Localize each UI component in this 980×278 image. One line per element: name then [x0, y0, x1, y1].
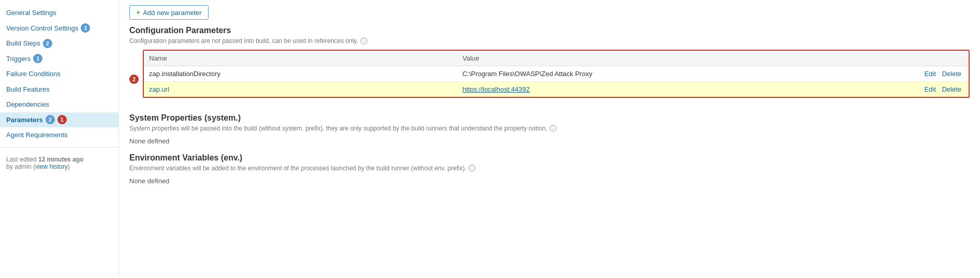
sidebar-item-label: Build Steps	[6, 38, 40, 49]
system-props-title: System Properties (system.)	[129, 113, 970, 123]
col-header-name: Name	[144, 51, 457, 66]
param-name-cell: zap.url	[144, 82, 457, 97]
sidebar-item-label: Dependencies	[6, 99, 49, 110]
col-header-value: Value	[457, 51, 907, 66]
sidebar-item-general-settings[interactable]: General Settings	[0, 5, 118, 21]
delete-param-button[interactable]: Delete	[940, 85, 963, 93]
sidebar-item-failure-conditions[interactable]: Failure Conditions	[0, 66, 118, 82]
delete-param-button[interactable]: Delete	[940, 70, 963, 78]
edit-param-button[interactable]: Edit	[922, 70, 938, 78]
plus-icon: +	[136, 8, 140, 17]
main-content: + Add new parameter Configuration Parame…	[119, 0, 980, 278]
sidebar-item-label: Triggers	[6, 54, 31, 64]
sidebar-item-build-features[interactable]: Build Features	[0, 82, 118, 97]
sidebar-item-label: Agent Requirements	[6, 130, 68, 140]
time-ago: 12 minutes ago	[38, 156, 83, 163]
view-history-link[interactable]: view history	[35, 163, 68, 170]
sidebar-badge-build-steps: 2	[43, 39, 52, 48]
last-edited-text: Last edited	[6, 156, 37, 163]
sidebar: General SettingsVersion Control Settings…	[0, 0, 119, 278]
sidebar-badge-version-control-settings: 1	[81, 23, 90, 33]
env-vars-desc: Environment variables will be added to t…	[129, 165, 970, 172]
add-new-parameter-button[interactable]: + Add new parameter	[129, 5, 209, 20]
by-text: by admin	[6, 163, 32, 170]
table-header-row: Name Value	[144, 51, 969, 66]
params-table: Name Value zap.installationDirectoryC:\P…	[144, 51, 969, 97]
table-row: zap.urlhttps://localhost:44392Edit Delet…	[144, 82, 969, 97]
config-params-section: Configuration Parameters Configuration p…	[129, 26, 970, 108]
params-table-container: Name Value zap.installationDirectoryC:\P…	[143, 50, 970, 98]
sidebar-item-label: Build Features	[6, 84, 50, 95]
add-button-label: Add new parameter	[143, 9, 201, 17]
sidebar-badge-triggers: 1	[33, 54, 42, 63]
param-value-link[interactable]: https://localhost:44392	[463, 85, 530, 93]
env-vars-info-icon[interactable]: ⓘ	[468, 165, 476, 172]
sidebar-item-agent-requirements[interactable]: Agent Requirements	[0, 127, 118, 143]
sidebar-item-label: Parameters	[6, 115, 43, 125]
sidebar-divider	[0, 147, 118, 148]
system-props-section: System Properties (system.) System prope…	[129, 113, 970, 145]
edit-param-button[interactable]: Edit	[922, 85, 938, 93]
param-value-cell: C:\Program Files\OWASP\Zed Attack Proxy	[457, 66, 907, 82]
env-vars-none: None defined	[129, 177, 970, 185]
table-row: zap.installationDirectoryC:\Program File…	[144, 66, 969, 82]
config-params-desc: Configuration parameters are not passed …	[129, 37, 970, 45]
param-name-cell: zap.installationDirectory	[144, 66, 457, 82]
sidebar-badge-parameters: 2	[46, 115, 55, 124]
system-props-desc: System properties will be passed into th…	[129, 125, 970, 132]
sidebar-item-label: Version Control Settings	[6, 23, 78, 34]
param-value-cell: https://localhost:44392	[457, 82, 907, 97]
sidebar-item-build-steps[interactable]: Build Steps2	[0, 36, 118, 51]
env-vars-title: Environment Variables (env.)	[129, 153, 970, 163]
sidebar-red-badge-parameters: 1	[57, 115, 67, 124]
params-count-badge: 2	[129, 75, 139, 84]
sidebar-item-version-control-settings[interactable]: Version Control Settings1	[0, 21, 118, 36]
sidebar-meta: Last edited 12 minutes ago by admin (vie…	[0, 152, 118, 174]
system-props-none: None defined	[129, 137, 970, 145]
sidebar-item-label: General Settings	[6, 8, 56, 18]
config-params-title: Configuration Parameters	[129, 26, 970, 35]
param-actions-cell: Edit Delete	[907, 66, 969, 82]
config-params-info-icon[interactable]: ⓘ	[360, 37, 367, 45]
sidebar-item-parameters[interactable]: Parameters21	[0, 112, 118, 128]
sidebar-item-triggers[interactable]: Triggers1	[0, 51, 118, 67]
sidebar-item-dependencies[interactable]: Dependencies	[0, 97, 118, 112]
param-actions-cell: Edit Delete	[907, 82, 969, 97]
system-props-info-icon[interactable]: ⓘ	[550, 125, 557, 132]
env-vars-section: Environment Variables (env.) Environment…	[129, 153, 970, 185]
col-header-actions	[907, 51, 969, 66]
sidebar-item-label: Failure Conditions	[6, 69, 61, 79]
